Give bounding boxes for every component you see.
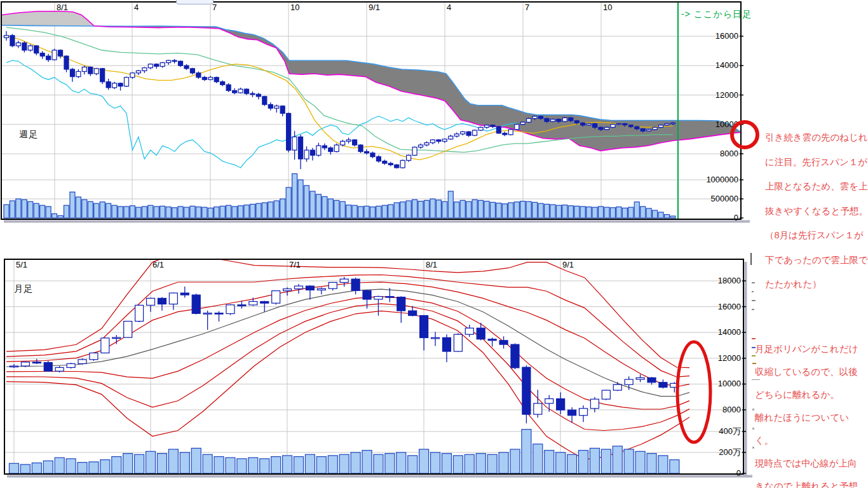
svg-text:9/1: 9/1 (562, 260, 574, 269)
週足-plot-area (1, 2, 741, 219)
svg-text:14000: 14000 (718, 327, 741, 337)
svg-text:0: 0 (734, 213, 738, 222)
window-edge-fragment (752, 428, 754, 430)
月足-frame (4, 259, 743, 474)
svg-text:1000000: 1000000 (706, 175, 738, 184)
月足-axis-labels: 5/16/17/18/19/11800016000140001200010000… (16, 260, 746, 478)
svg-text:8000: 8000 (722, 405, 741, 414)
svg-text:14000: 14000 (715, 60, 738, 70)
svg-text:500000: 500000 (711, 194, 738, 203)
週足-axis-labels: 8/147109/1471016000140001200010000800010… (57, 3, 743, 222)
daily-from-here-label: -> ここから日足 (681, 9, 752, 20)
月足-volume-bars (10, 430, 679, 473)
月足-highlight-circle (677, 342, 710, 442)
window-edge-fragment (752, 447, 754, 449)
svg-text:200万: 200万 (719, 447, 741, 457)
window-edge-fragment (752, 282, 755, 283)
window-edge-fragment (752, 347, 756, 348)
svg-text:10000: 10000 (718, 379, 741, 388)
svg-text:7: 7 (212, 3, 217, 12)
svg-text:4: 4 (134, 3, 139, 12)
svg-text:5/1: 5/1 (16, 260, 27, 269)
svg-text:8000: 8000 (720, 149, 738, 158)
chart-workspace: 8/147109/1471016000140001200010000800010… (0, 0, 868, 488)
toolbar-button-fragment[interactable] (176, 0, 214, 4)
window-edge-fragment (752, 355, 756, 356)
svg-text:6/1: 6/1 (153, 260, 164, 269)
weekly-annotation-note: 引き続き雲の先のねじれ に注目。先行スパン１が 上限となるため、雲を上 抜きやす… (765, 125, 868, 297)
svg-text:8/1: 8/1 (426, 260, 437, 269)
svg-text:12000: 12000 (715, 90, 738, 100)
svg-text:18000: 18000 (718, 276, 741, 285)
svg-text:8/1: 8/1 (57, 3, 68, 12)
monthly-chart-label: 月足 (14, 283, 33, 295)
svg-text:0: 0 (736, 468, 741, 478)
svg-text:4: 4 (447, 3, 451, 12)
月足-plot-area (4, 252, 743, 474)
svg-text:7: 7 (525, 3, 529, 12)
週足-highlight-circle (732, 122, 757, 147)
window-edge-fragment (752, 338, 756, 339)
window-edge-fragment (752, 363, 756, 364)
svg-text:400万: 400万 (719, 426, 741, 436)
週足-frame (1, 2, 741, 219)
window-edge-fragment (752, 300, 756, 301)
svg-text:12000: 12000 (718, 353, 741, 363)
svg-text:10: 10 (290, 3, 299, 12)
svg-text:16000: 16000 (715, 31, 738, 41)
月足-candles (10, 277, 679, 423)
window-edge-fragment (752, 409, 754, 410)
weekly-chart-label: 週足 (19, 129, 38, 140)
svg-text:10: 10 (603, 3, 612, 12)
window-edge-fragment (752, 291, 754, 292)
monthly-annotation-note: 月足ボリバンがこれだけ 収縮しているので、以後 どちらに離れるか。 離れたほうに… (755, 337, 868, 488)
clipped-window-edge (750, 253, 763, 488)
svg-text:16000: 16000 (718, 302, 741, 311)
window-edge-fragment (752, 309, 754, 310)
svg-text:9/1: 9/1 (369, 3, 380, 12)
window-edge-fragment (752, 379, 760, 380)
window-edge-line (750, 253, 752, 265)
週足-volume-bars (4, 173, 675, 218)
svg-text:7/1: 7/1 (289, 260, 301, 269)
charts-canvas: 8/147109/1471016000140001200010000800010… (0, 0, 868, 488)
